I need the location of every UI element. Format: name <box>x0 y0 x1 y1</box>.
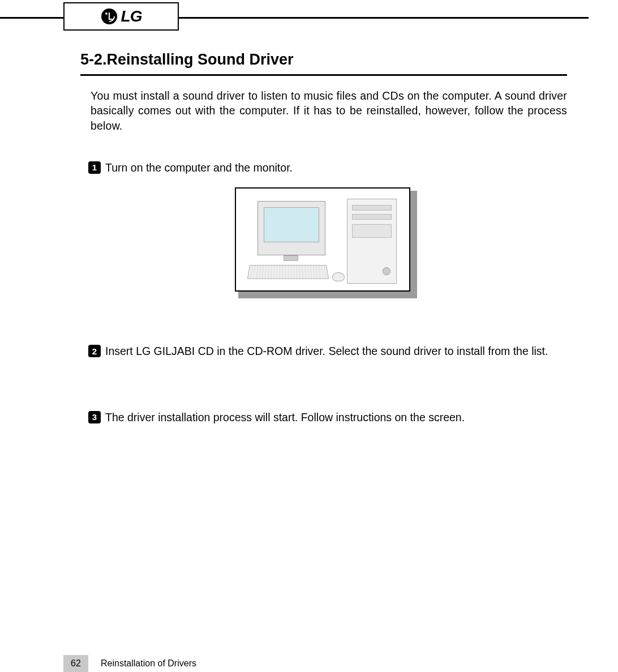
lg-logo: LG <box>101 7 142 25</box>
monitor-stand <box>284 255 298 261</box>
step-number-badge: 2 <box>88 345 101 357</box>
step-3: 3 The driver installation process will s… <box>88 410 567 425</box>
footer-chapter: Reinstallation of Drivers <box>101 658 196 669</box>
svg-point-1 <box>105 12 108 15</box>
computer-illustration <box>88 191 567 298</box>
page-footer: 62 Reinstallation of Drivers <box>63 655 196 672</box>
step-text: Insert LG GILJABI CD in the CD-ROM drive… <box>105 344 567 358</box>
section-title: 5-2.Reinstalling Sound Driver <box>80 51 567 69</box>
tower-icon <box>347 199 397 284</box>
title-rule <box>80 74 567 76</box>
step-text: The driver installation process will sta… <box>105 410 567 425</box>
step-number-badge: 1 <box>88 161 101 174</box>
step-text: Turn on the computer and the monitor. <box>105 160 567 175</box>
step-2: 2 Insert LG GILJABI CD in the CD-ROM dri… <box>88 344 567 358</box>
step-number-badge: 3 <box>88 411 101 423</box>
lg-logo-text: LG <box>121 7 142 25</box>
mouse-icon <box>332 272 345 281</box>
step-1: 1 Turn on the computer and the monitor. <box>88 160 567 298</box>
lg-face-icon <box>101 8 118 25</box>
logo-box: LG <box>63 2 179 31</box>
keyboard-icon <box>247 265 329 279</box>
monitor-icon <box>258 201 325 255</box>
intro-paragraph: You must install a sound driver to liste… <box>91 88 567 133</box>
content-area: 5-2.Reinstalling Sound Driver You must i… <box>80 45 567 425</box>
page-number: 62 <box>63 655 88 672</box>
